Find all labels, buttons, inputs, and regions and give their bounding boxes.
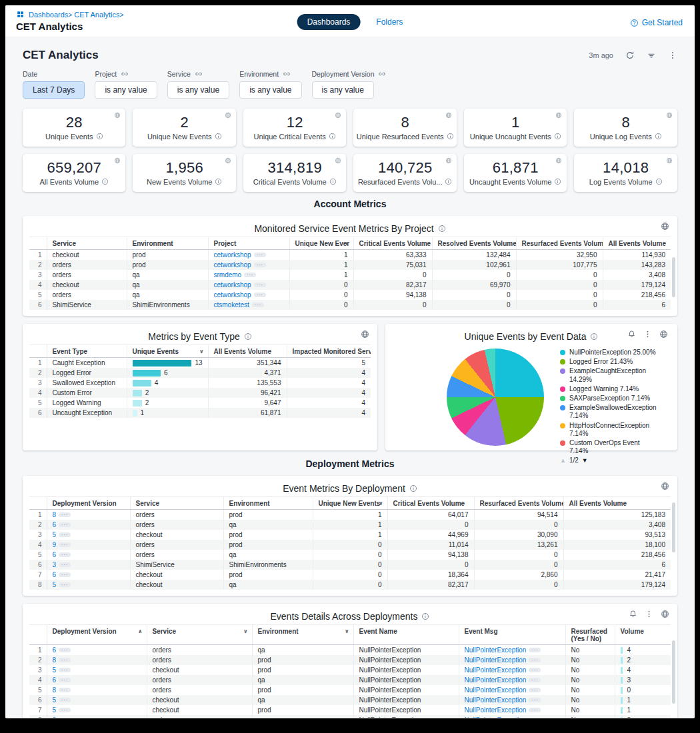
more-chip[interactable]: ··· xyxy=(59,512,71,517)
col-header-environment[interactable]: Environment xyxy=(127,237,208,250)
col-header-environment[interactable]: Environment∨ xyxy=(252,625,353,645)
link-6[interactable]: 6 xyxy=(53,521,57,528)
more-options-icon[interactable] xyxy=(643,330,652,339)
tab-folders[interactable]: Folders xyxy=(376,17,403,27)
more-chip[interactable]: ··· xyxy=(529,688,541,692)
link-6[interactable]: 6 xyxy=(53,676,57,684)
col-header-service[interactable]: Service xyxy=(47,237,127,250)
get-started-link[interactable]: Get Started xyxy=(630,18,683,27)
col-header-volume[interactable]: Volume xyxy=(615,625,671,645)
info-icon[interactable] xyxy=(590,333,598,341)
more-chip[interactable]: ··· xyxy=(59,708,71,712)
globe-icon[interactable] xyxy=(225,157,231,164)
col-header-impacted-monitored-services[interactable]: Impacted Monitored Services xyxy=(287,345,371,358)
more-chip[interactable]: ··· xyxy=(59,688,71,692)
info-icon[interactable] xyxy=(447,133,454,140)
link-5[interactable]: 5 xyxy=(53,696,57,704)
globe-icon[interactable] xyxy=(661,610,669,618)
more-chip[interactable]: ··· xyxy=(254,253,266,257)
globe-icon[interactable] xyxy=(661,482,669,490)
link-6[interactable]: 6 xyxy=(53,646,57,654)
filter-value-deployment-version[interactable]: is any value xyxy=(312,81,374,99)
tab-dashboards[interactable]: Dashboards xyxy=(297,14,361,30)
more-chip[interactable]: ··· xyxy=(59,658,71,662)
col-header-deployment-version[interactable]: Deployment Version∧ xyxy=(47,625,147,645)
more-chip[interactable]: ··· xyxy=(244,273,256,277)
col-header-resolved-events-volume[interactable]: Resolved Events Volume xyxy=(432,237,516,250)
scrollbar[interactable] xyxy=(672,640,675,704)
link-5[interactable]: 5 xyxy=(53,531,57,538)
link-6[interactable]: 6 xyxy=(53,571,57,578)
globe-icon[interactable] xyxy=(659,330,668,339)
globe-icon[interactable] xyxy=(335,157,341,164)
globe-icon[interactable] xyxy=(114,112,121,119)
link-ctsmoketest[interactable]: ctsmoketest xyxy=(214,301,249,309)
more-chip[interactable]: ··· xyxy=(529,698,541,702)
col-header-critical-events-volume[interactable]: Critical Events Volume xyxy=(387,497,474,510)
link-nullpointerexception[interactable]: NullPointerException xyxy=(465,676,527,684)
info-icon[interactable] xyxy=(554,178,561,185)
more-chip[interactable]: ··· xyxy=(252,303,264,307)
more-options-icon[interactable] xyxy=(668,51,677,60)
link-nullpointerexception[interactable]: NullPointerException xyxy=(465,646,527,654)
link-cetworkshop[interactable]: cetworkshop xyxy=(214,281,251,289)
pie-chart[interactable] xyxy=(447,349,544,446)
col-header-resurfaced[interactable]: Resurfaced(Yes / No) xyxy=(565,625,615,645)
link-nullpointerexception[interactable]: NullPointerException xyxy=(465,686,527,694)
link-3[interactable]: 3 xyxy=(53,561,57,568)
filter-value-environment[interactable]: is any value xyxy=(239,81,301,99)
col-header-critical-events-volume[interactable]: Critical Events Volume xyxy=(353,237,432,250)
link-6[interactable]: 6 xyxy=(53,716,57,718)
filter-value-project[interactable]: is any value xyxy=(95,81,157,99)
link-9[interactable]: 9 xyxy=(53,541,57,548)
col-header-resurfaced-events-volume[interactable]: Resurfaced Events Volume xyxy=(516,237,603,250)
scrollbar[interactable] xyxy=(672,502,675,552)
more-chip[interactable]: ··· xyxy=(59,522,71,527)
more-chip[interactable]: ··· xyxy=(59,552,71,557)
col-header-resurfaced-events-volume[interactable]: Resurfaced Events Volume xyxy=(474,497,563,510)
more-chip[interactable]: ··· xyxy=(254,293,266,297)
more-chip[interactable]: ··· xyxy=(59,562,71,567)
more-chip[interactable]: ··· xyxy=(59,698,71,702)
link-cetworkshop[interactable]: cetworkshop xyxy=(214,291,251,299)
alert-bell-icon[interactable] xyxy=(629,610,637,618)
more-options-icon[interactable] xyxy=(645,610,653,618)
col-header-service[interactable]: Service xyxy=(130,497,223,510)
col-header-project[interactable]: Project xyxy=(208,237,289,250)
col-header-service[interactable]: Service∨ xyxy=(147,625,252,645)
col-header-all-events-volume[interactable]: All Events Volume xyxy=(603,237,671,250)
info-icon[interactable] xyxy=(554,133,561,140)
link-5[interactable]: 5 xyxy=(53,706,57,714)
refresh-icon[interactable] xyxy=(625,51,635,60)
link-6[interactable]: 6 xyxy=(53,551,57,558)
globe-icon[interactable] xyxy=(335,112,341,119)
globe-icon[interactable] xyxy=(661,222,669,231)
link-nullpointerexception[interactable]: NullPointerException xyxy=(465,716,527,718)
alert-bell-icon[interactable] xyxy=(627,330,636,339)
globe-icon[interactable] xyxy=(445,157,452,164)
link-nullpointerexception[interactable]: NullPointerException xyxy=(465,696,527,704)
col-header-all-events-volume[interactable]: All Events Volume xyxy=(563,497,671,510)
more-chip[interactable]: ··· xyxy=(59,542,71,547)
more-chip[interactable]: ··· xyxy=(59,648,71,652)
globe-icon[interactable] xyxy=(445,112,452,119)
info-icon[interactable] xyxy=(101,178,109,185)
col-header-event-name[interactable]: Event Name xyxy=(353,625,459,645)
more-chip[interactable]: ··· xyxy=(59,582,71,587)
link-srmdemo[interactable]: srmdemo xyxy=(214,271,242,279)
globe-icon[interactable] xyxy=(361,330,369,339)
globe-icon[interactable] xyxy=(555,157,562,164)
info-icon[interactable] xyxy=(655,133,662,140)
link-nullpointerexception[interactable]: NullPointerException xyxy=(465,656,527,664)
link-cetworkshop[interactable]: cetworkshop xyxy=(214,261,251,269)
more-chip[interactable]: ··· xyxy=(529,708,541,712)
link-5[interactable]: 5 xyxy=(53,666,57,674)
scrollbar[interactable] xyxy=(672,257,675,297)
more-chip[interactable]: ··· xyxy=(59,532,71,537)
globe-icon[interactable] xyxy=(555,112,562,119)
info-icon[interactable] xyxy=(421,612,429,620)
link-8[interactable]: 8 xyxy=(53,511,57,518)
more-chip[interactable]: ··· xyxy=(254,283,266,287)
breadcrumb-dashboards[interactable]: Dashboards xyxy=(29,11,68,19)
link-nullpointerexception[interactable]: NullPointerException xyxy=(465,706,527,714)
